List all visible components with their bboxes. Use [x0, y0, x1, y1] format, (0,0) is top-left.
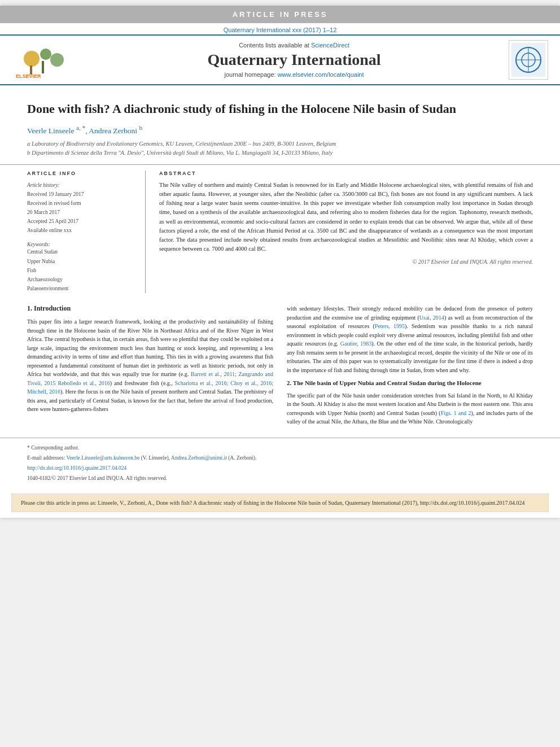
- email-addresses: E-mail addresses: Veerle.Linseele@arts.k…: [27, 454, 533, 462]
- body-two-col: 1. Introduction This paper fits into a l…: [27, 304, 533, 430]
- journal-header: ELSEVIER Contents lists available at Sci…: [0, 34, 560, 85]
- journal-cover-image: [509, 40, 548, 80]
- corresponding-label: * Corresponding author.: [27, 445, 79, 451]
- journal-reference-line: Quaternary International xxx (2017) 1–12: [0, 23, 560, 34]
- revised-date: 20 March 2017: [27, 208, 136, 217]
- history-label: Article history:: [27, 181, 136, 190]
- cover-svg: [511, 43, 545, 77]
- abstract-header: ABSTRACT: [159, 171, 533, 176]
- body-left-col: 1. Introduction This paper fits into a l…: [27, 304, 273, 430]
- body-right-col: with sedentary lifestyles. Their strongl…: [287, 304, 533, 430]
- email2-name: (A. Zerboni).: [228, 455, 256, 461]
- keyword-central-sudan: Central Sudan: [27, 247, 136, 256]
- cite-this-bar: Please cite this article in press as: Li…: [11, 493, 549, 512]
- doi-line: http://dx.doi.org/10.1016/j.quaint.2017.…: [27, 464, 533, 473]
- ref-usai[interactable]: Usai, 2014: [419, 314, 444, 321]
- keyword-upper-nubia: Upper Nubia: [27, 257, 136, 266]
- abstract-text: The Nile valley of northern and mainly C…: [159, 181, 533, 254]
- affiliation-a: a Laboratory of Biodiversity and Evoluti…: [27, 139, 533, 148]
- journal-logo-right: [506, 40, 551, 80]
- author-andrea: Andrea Zerboni: [89, 126, 137, 134]
- article-title-section: Done with fish? A diachronic study of fi…: [0, 85, 560, 164]
- section1-number: 1.: [27, 304, 32, 312]
- ref-peters[interactable]: Peters, 1995: [375, 323, 405, 329]
- cite-this-text: Please cite this article in press as: Li…: [21, 500, 525, 506]
- affiliation-b: b Dipartimento di Scienze della Terra "A…: [27, 148, 533, 158]
- homepage-label: journal homepage:: [224, 71, 277, 78]
- section2-title: 2. The Nile basin of Upper Nubia and Cen…: [287, 379, 533, 387]
- email-label: E-mail addresses:: [27, 455, 65, 461]
- article-info-header: ARTICLE INFO: [27, 171, 136, 176]
- email1-link[interactable]: Veerle.Linseele@arts.kuleuven.be: [67, 455, 140, 461]
- email2-link[interactable]: Andrea.Zerboni@unimi.it: [171, 455, 227, 461]
- svg-rect-3: [42, 61, 44, 73]
- homepage-line: journal homepage: www.elsevier.com/locat…: [89, 71, 499, 78]
- sup-a: a, *: [76, 124, 85, 131]
- copyright-line: © 2017 Elsevier Ltd and INQUA. All right…: [159, 259, 533, 265]
- section1-paragraph1: This paper fits into a larger research f…: [27, 317, 273, 414]
- keywords-list: Central Sudan Upper Nubia Fish Archaeozo…: [27, 247, 136, 293]
- keywords-section: Keywords: Central Sudan Upper Nubia Fish…: [27, 242, 136, 293]
- revised-label: Received in revised form: [27, 199, 136, 208]
- section1-title-text: Introduction: [34, 304, 71, 312]
- article-in-press-banner: ARTICLE IN PRESS: [0, 6, 560, 23]
- section1-title: 1. Introduction: [27, 304, 273, 313]
- contents-label: Contents lists available at: [239, 42, 311, 49]
- article-info-abstract-section: ARTICLE INFO Article history: Received 1…: [0, 164, 560, 294]
- elsevier-logo-area: ELSEVIER: [9, 40, 82, 80]
- abstract-col: ABSTRACT The Nile valley of northern and…: [159, 171, 533, 294]
- email1-name: (V. Linseele),: [141, 455, 170, 461]
- section2-paragraph: The specific part of the Nile basin unde…: [287, 391, 533, 426]
- sciencedirect-link[interactable]: ScienceDirect: [311, 42, 349, 49]
- keyword-palaeoenvironment: Palaeoenvironment: [27, 284, 136, 293]
- keyword-fish: Fish: [27, 266, 136, 275]
- elsevier-logo-svg: ELSEVIER: [15, 49, 77, 80]
- section1-paragraph2: with sedentary lifestyles. Their strongl…: [287, 304, 533, 374]
- keywords-header: Keywords:: [27, 242, 136, 247]
- keyword-archaeozoology: Archaeozoology: [27, 275, 136, 284]
- body-content: 1. Introduction This paper fits into a l…: [0, 293, 560, 437]
- svg-point-2: [50, 53, 64, 67]
- available-online: Available online xxx: [27, 226, 136, 235]
- accepted-date: Accepted 25 April 2017: [27, 217, 136, 226]
- homepage-link[interactable]: www.elsevier.com/locate/quaint: [278, 71, 364, 78]
- sup-b: b: [139, 124, 142, 131]
- ref-gautier[interactable]: Gautier, 1983: [340, 340, 372, 347]
- page: ARTICLE IN PRESS Quaternary Internationa…: [0, 6, 560, 518]
- contents-available-line: Contents lists available at ScienceDirec…: [89, 42, 499, 49]
- banner-text: ARTICLE IN PRESS: [233, 10, 328, 19]
- doi-link[interactable]: http://dx.doi.org/10.1016/j.quaint.2017.…: [27, 465, 126, 471]
- article-main-title: Done with fish? A diachronic study of fi…: [27, 101, 533, 117]
- authors-line: Veerle Linseele a, *, Andrea Zerboni b: [27, 124, 533, 136]
- author-veerle: Veerle Linseele: [27, 126, 75, 134]
- svg-point-1: [40, 49, 51, 60]
- section2-number: 2.: [287, 379, 291, 386]
- journal-header-center: Contents lists available at ScienceDirec…: [89, 40, 499, 80]
- svg-text:ELSEVIER: ELSEVIER: [16, 73, 41, 79]
- corresponding-author: * Corresponding author.: [27, 444, 533, 452]
- journal-ref-text: Quaternary International xxx (2017) 1–12: [224, 27, 337, 33]
- section2-title-text: The Nile basin of Upper Nubia and Centra…: [293, 379, 482, 386]
- article-history: Article history: Received 19 January 201…: [27, 181, 136, 235]
- journal-title: Quaternary International: [89, 51, 499, 69]
- ref-figs12[interactable]: Figs. 1 and 2: [441, 410, 471, 416]
- received-date: Received 19 January 2017: [27, 190, 136, 199]
- article-info-col: ARTICLE INFO Article history: Received 1…: [27, 171, 146, 294]
- issn-line: 1040-6182/© 2017 Elsevier Ltd and INQUA.…: [27, 474, 533, 483]
- svg-point-0: [24, 51, 40, 67]
- footnote-area: * Corresponding author. E-mail addresses…: [0, 438, 560, 488]
